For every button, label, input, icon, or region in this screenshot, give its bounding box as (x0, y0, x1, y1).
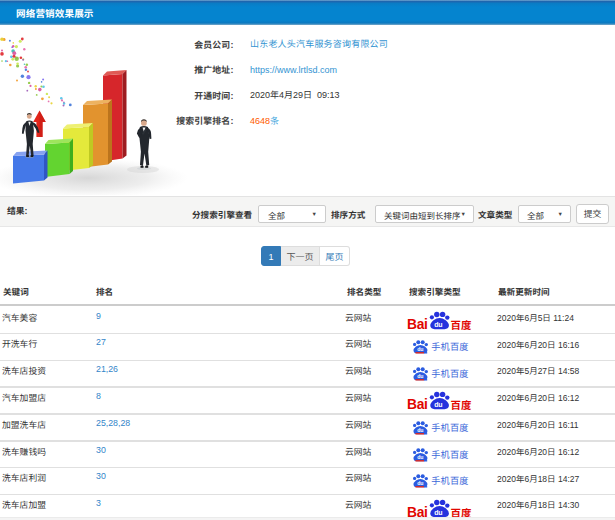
svg-text:手机百度: 手机百度 (431, 473, 469, 487)
svg-text:du: du (417, 481, 423, 487)
svg-text:手机百度: 手机百度 (431, 447, 469, 461)
svg-text:du: du (417, 454, 423, 460)
svg-text:手机百度: 手机百度 (431, 366, 469, 380)
svg-text:du: du (434, 509, 442, 516)
svg-text:du: du (434, 321, 442, 328)
svg-text:du: du (417, 427, 423, 433)
svg-text:du: du (417, 347, 423, 353)
svg-text:Bai: Bai (407, 316, 428, 330)
svg-text:手机百度: 手机百度 (431, 339, 469, 353)
svg-text:手机百度: 手机百度 (431, 420, 469, 434)
svg-text:du: du (434, 401, 442, 408)
svg-text:Bai: Bai (407, 397, 428, 411)
svg-text:百度: 百度 (450, 317, 472, 330)
svg-text:du: du (417, 374, 423, 380)
svg-text:Bai: Bai (407, 504, 428, 518)
svg-text:百度: 百度 (450, 504, 472, 517)
svg-text:百度: 百度 (450, 397, 472, 410)
